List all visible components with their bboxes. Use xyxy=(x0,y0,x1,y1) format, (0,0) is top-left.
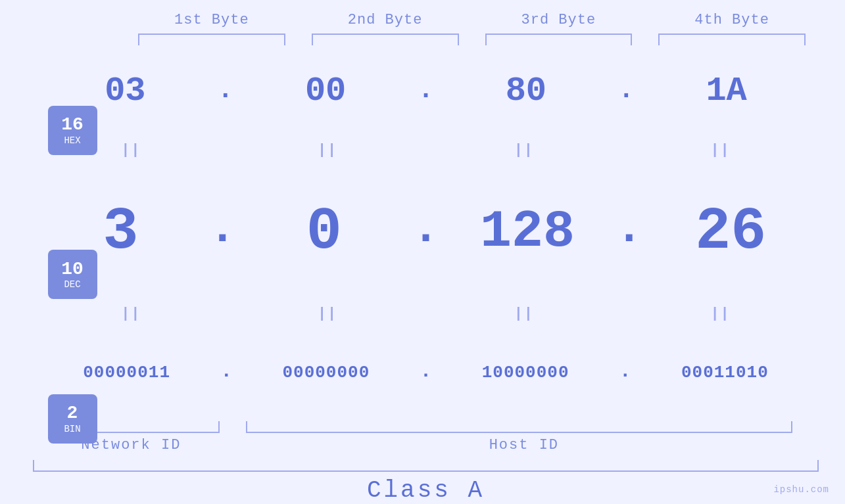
host-bracket-cell xyxy=(246,421,819,433)
dec-value-4: 26 xyxy=(695,198,766,265)
side-labels: 16 HEX 10 DEC 2 BIN xyxy=(26,45,118,504)
hex-value-2: 00 xyxy=(305,72,346,110)
bracket-cell-1 xyxy=(125,34,299,45)
dec-badge-label: DEC xyxy=(64,279,80,290)
hex-badge-label: HEX xyxy=(64,135,80,146)
equals-row-1: || || || || xyxy=(33,137,819,163)
bottom-brackets-row xyxy=(33,421,819,433)
eq-cell-2-3: || xyxy=(426,306,623,322)
bin-badge-num: 2 xyxy=(67,403,78,424)
dec-value-2: 0 xyxy=(306,198,342,265)
hex-badge: 16 HEX xyxy=(48,106,97,155)
dot-dec-2: . xyxy=(412,203,439,260)
hex-cell-3: 80 xyxy=(434,72,619,110)
dec-badge: 10 DEC xyxy=(48,250,97,299)
eq-cell-2-4: || xyxy=(622,306,819,322)
hex-badge-num: 16 xyxy=(61,115,84,135)
host-id-label: Host ID xyxy=(229,437,819,453)
byte-header-4: 4th Byte xyxy=(645,12,819,28)
byte-headers: 1st Byte 2nd Byte 3rd Byte 4th Byte xyxy=(26,12,819,28)
eq-cell-1-3: || xyxy=(426,142,623,158)
bin-value-4: 00011010 xyxy=(681,363,769,382)
hex-cell-4: 1A xyxy=(634,72,819,110)
bracket-cell-4 xyxy=(645,34,819,45)
bin-badge: 2 BIN xyxy=(48,394,97,444)
dec-badge-num: 10 xyxy=(61,260,84,280)
bracket-top-1 xyxy=(138,34,285,45)
eq-cell-1-2: || xyxy=(229,142,426,158)
bin-cell-3: 10000000 xyxy=(432,363,619,382)
dot-dec-1: . xyxy=(208,203,236,260)
byte-header-1: 1st Byte xyxy=(125,12,299,28)
dot-hex-3: . xyxy=(618,76,634,106)
bracket-top-2 xyxy=(312,34,459,45)
bin-value-2: 00000000 xyxy=(282,363,370,382)
bin-row: 00000011 . 00000000 . 10000000 . 0001101… xyxy=(33,327,819,419)
class-bracket-wrapper: Class A xyxy=(33,460,819,504)
bracket-top-3 xyxy=(485,34,633,45)
class-bracket xyxy=(33,460,819,472)
main-container: 1st Byte 2nd Byte 3rd Byte 4th Byte 16 H… xyxy=(0,0,845,504)
class-label: Class A xyxy=(33,477,819,504)
dec-value-3: 128 xyxy=(480,202,575,262)
top-brackets xyxy=(26,34,819,45)
bin-cell-4: 00011010 xyxy=(631,363,819,382)
hex-row: 03 . 00 . 80 . 1A xyxy=(33,45,819,137)
dot-bin-2: . xyxy=(420,360,431,385)
dot-bin-3: . xyxy=(619,360,631,385)
bin-value-3: 10000000 xyxy=(482,363,569,382)
bracket-cell-2 xyxy=(299,34,472,45)
bracket-top-4 xyxy=(658,34,806,45)
watermark: ipshu.com xyxy=(773,484,829,495)
dec-cell-2: 0 xyxy=(236,198,412,265)
dot-hex-2: . xyxy=(418,76,433,106)
dec-row: 3 . 0 . 128 . 26 xyxy=(33,163,819,300)
bin-cell-2: 00000000 xyxy=(232,363,420,382)
dot-dec-3: . xyxy=(616,203,643,260)
id-labels-row: Network ID Host ID xyxy=(33,437,819,453)
bracket-cell-3 xyxy=(472,34,646,45)
host-bracket xyxy=(246,421,792,433)
dot-hex-1: . xyxy=(218,76,233,106)
hex-value-4: 1A xyxy=(706,72,746,110)
eq-cell-1-4: || xyxy=(622,142,819,158)
dec-cell-4: 26 xyxy=(643,198,819,265)
byte-header-3: 3rd Byte xyxy=(472,12,646,28)
eq-cell-2-2: || xyxy=(229,306,426,322)
dot-bin-1: . xyxy=(220,360,232,385)
bin-badge-label: BIN xyxy=(64,424,80,434)
hex-cell-2: 00 xyxy=(233,72,418,110)
equals-row-2: || || || || xyxy=(33,301,819,327)
byte-header-2: 2nd Byte xyxy=(299,12,472,28)
dec-cell-3: 128 xyxy=(440,202,616,262)
hex-value-3: 80 xyxy=(506,72,546,110)
